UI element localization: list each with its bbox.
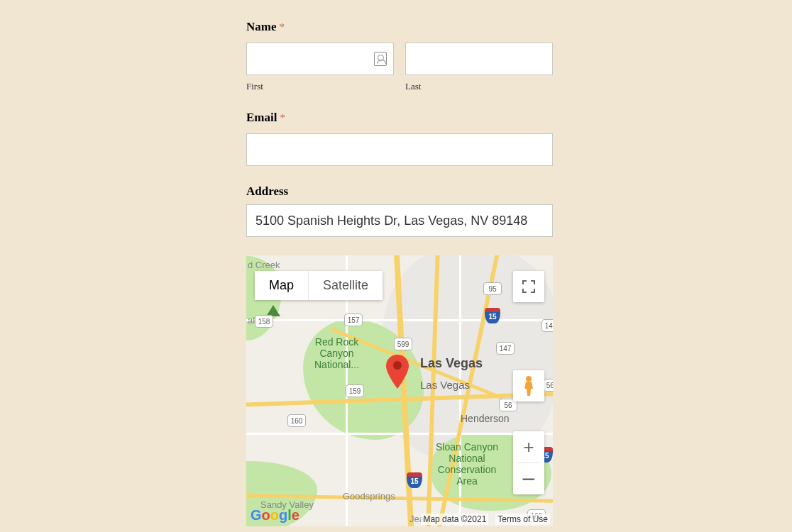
map-zoom-control: + −: [513, 431, 544, 494]
map-marker-icon[interactable]: [385, 355, 409, 389]
last-name-sublabel: Last: [405, 81, 553, 92]
name-field-group: Name * First Last: [246, 20, 553, 92]
map-footer: Map data ©2021 Terms of Use: [421, 514, 550, 525]
map-embed[interactable]: d Creek ak Las Vegas Las Vegas Henderson…: [246, 255, 553, 526]
map-zoom-out-button[interactable]: −: [513, 463, 544, 494]
svg-point-0: [393, 361, 402, 370]
map-zoom-in-button[interactable]: +: [513, 431, 544, 462]
form-container: Name * First Last Email * Address: [246, 20, 553, 526]
map-town-goodsprings: Goodsprings: [343, 491, 395, 501]
address-label: Address: [246, 184, 553, 199]
map-streetview-button[interactable]: [513, 370, 544, 401]
map-type-satellite-button[interactable]: Satellite: [309, 271, 383, 300]
map-attribution: Map data ©2021: [421, 514, 488, 525]
map-edge-label: ak: [248, 315, 258, 326]
map-type-control: Map Satellite: [255, 271, 383, 300]
route-shield: 157: [344, 314, 363, 326]
address-input[interactable]: [246, 204, 553, 237]
name-required-marker: *: [279, 21, 285, 33]
name-label: Name: [246, 20, 276, 33]
first-name-input[interactable]: [246, 43, 394, 75]
route-shield: 160: [287, 414, 306, 427]
email-required-marker: *: [280, 112, 285, 123]
email-input[interactable]: [246, 133, 553, 166]
map-terms-link[interactable]: Terms of Use: [495, 514, 550, 525]
address-field-group: Address: [246, 184, 553, 237]
google-logo[interactable]: Google: [251, 507, 299, 523]
email-field-group: Email *: [246, 111, 553, 166]
email-label: Email: [246, 111, 277, 124]
map-park-label-redrock: Red Rock Canyon National...: [314, 336, 359, 370]
map-highway: [246, 494, 553, 503]
last-name-input[interactable]: [405, 43, 553, 75]
first-name-sublabel: First: [246, 81, 394, 92]
fullscreen-icon: [522, 280, 535, 293]
map-fullscreen-button[interactable]: [513, 271, 544, 302]
route-shield: 159: [346, 384, 364, 397]
park-marker-icon: [266, 305, 280, 316]
svg-point-1: [526, 376, 532, 382]
map-type-map-button[interactable]: Map: [255, 271, 309, 300]
map-edge-label: d Creek: [248, 260, 280, 270]
interstate-shield: 15: [407, 472, 422, 488]
route-shield: 158: [255, 315, 273, 328]
pegman-icon: [520, 375, 537, 397]
contact-autofill-icon[interactable]: [374, 52, 387, 66]
